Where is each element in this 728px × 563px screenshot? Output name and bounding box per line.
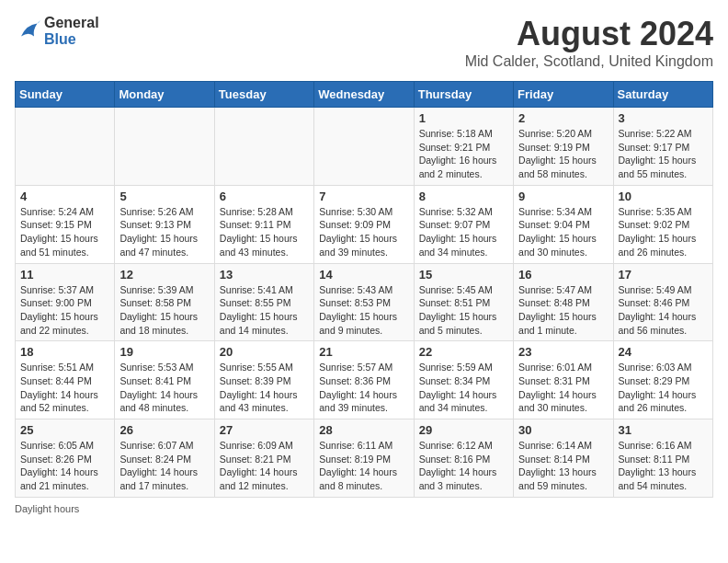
day-number: 10: [619, 190, 708, 203]
calendar-table: SundayMondayTuesdayWednesdayThursdayFrid…: [15, 81, 713, 498]
day-number: 5: [119, 190, 209, 203]
calendar-header-friday: Friday: [514, 82, 613, 108]
calendar-cell: 23Sunrise: 6:01 AM Sunset: 8:31 PM Dayli…: [514, 341, 613, 419]
day-number: 8: [419, 190, 508, 203]
calendar-cell: 16Sunrise: 5:47 AM Sunset: 8:48 PM Dayli…: [514, 263, 613, 341]
day-info: Sunrise: 5:22 AM Sunset: 9:17 PM Dayligh…: [619, 127, 708, 181]
day-number: 27: [220, 423, 309, 437]
day-number: 3: [619, 111, 708, 125]
calendar-cell: 17Sunrise: 5:49 AM Sunset: 8:46 PM Dayli…: [613, 263, 712, 341]
calendar-cell: 25Sunrise: 6:05 AM Sunset: 8:26 PM Dayli…: [16, 419, 115, 498]
calendar-header-saturday: Saturday: [613, 82, 712, 108]
day-number: 11: [20, 268, 109, 282]
day-info: Sunrise: 5:47 AM Sunset: 8:48 PM Dayligh…: [518, 283, 608, 338]
day-number: 20: [220, 345, 309, 359]
calendar-week-row: 1Sunrise: 5:18 AM Sunset: 9:21 PM Daylig…: [16, 108, 713, 186]
calendar-cell: 21Sunrise: 5:57 AM Sunset: 8:36 PM Dayli…: [314, 341, 414, 419]
calendar-cell: 31Sunrise: 6:16 AM Sunset: 8:11 PM Dayli…: [613, 419, 712, 498]
day-info: Sunrise: 5:53 AM Sunset: 8:41 PM Dayligh…: [119, 361, 209, 415]
footer: Daylight hours: [15, 503, 713, 514]
day-info: Sunrise: 6:05 AM Sunset: 8:26 PM Dayligh…: [20, 439, 109, 493]
calendar-cell: 5Sunrise: 5:26 AM Sunset: 9:13 PM Daylig…: [115, 185, 214, 263]
day-info: Sunrise: 5:57 AM Sunset: 8:36 PM Dayligh…: [319, 361, 408, 415]
day-number: 14: [319, 268, 408, 282]
calendar-cell: 19Sunrise: 5:53 AM Sunset: 8:41 PM Dayli…: [115, 341, 214, 419]
day-number: 17: [619, 268, 708, 282]
day-number: 25: [20, 423, 109, 437]
calendar-cell: 24Sunrise: 6:03 AM Sunset: 8:29 PM Dayli…: [613, 341, 712, 419]
calendar-cell: 4Sunrise: 5:24 AM Sunset: 9:15 PM Daylig…: [16, 185, 115, 263]
day-info: Sunrise: 5:26 AM Sunset: 9:13 PM Dayligh…: [119, 205, 209, 259]
calendar-cell: [214, 108, 313, 186]
day-info: Sunrise: 6:03 AM Sunset: 8:29 PM Dayligh…: [619, 361, 708, 415]
day-number: 2: [518, 111, 608, 125]
day-info: Sunrise: 5:51 AM Sunset: 8:44 PM Dayligh…: [20, 361, 109, 415]
day-info: Sunrise: 5:35 AM Sunset: 9:02 PM Dayligh…: [619, 205, 708, 259]
calendar-cell: [314, 108, 414, 186]
day-info: Sunrise: 5:55 AM Sunset: 8:39 PM Dayligh…: [220, 361, 309, 415]
day-number: 28: [319, 423, 408, 437]
day-number: 13: [220, 268, 309, 282]
calendar-header-monday: Monday: [115, 82, 214, 108]
day-info: Sunrise: 6:11 AM Sunset: 8:19 PM Dayligh…: [319, 439, 408, 493]
day-info: Sunrise: 5:28 AM Sunset: 9:11 PM Dayligh…: [220, 205, 309, 259]
calendar-cell: 26Sunrise: 6:07 AM Sunset: 8:24 PM Dayli…: [115, 419, 214, 498]
day-info: Sunrise: 5:45 AM Sunset: 8:51 PM Dayligh…: [419, 283, 508, 338]
calendar-cell: 9Sunrise: 5:34 AM Sunset: 9:04 PM Daylig…: [514, 185, 613, 263]
day-info: Sunrise: 5:24 AM Sunset: 9:15 PM Dayligh…: [20, 205, 109, 259]
calendar-cell: 28Sunrise: 6:11 AM Sunset: 8:19 PM Dayli…: [314, 419, 414, 498]
calendar-week-row: 25Sunrise: 6:05 AM Sunset: 8:26 PM Dayli…: [16, 419, 713, 498]
day-info: Sunrise: 6:12 AM Sunset: 8:16 PM Dayligh…: [419, 439, 508, 493]
calendar-cell: [16, 108, 115, 186]
page-header: General Blue August 2024 Mid Calder, Sco…: [15, 15, 713, 70]
day-info: Sunrise: 6:14 AM Sunset: 8:14 PM Dayligh…: [518, 439, 608, 493]
calendar-cell: 29Sunrise: 6:12 AM Sunset: 8:16 PM Dayli…: [414, 419, 513, 498]
day-info: Sunrise: 5:37 AM Sunset: 9:00 PM Dayligh…: [20, 283, 109, 338]
logo-blue: Blue: [44, 31, 99, 48]
day-number: 16: [518, 268, 608, 282]
day-info: Sunrise: 5:20 AM Sunset: 9:19 PM Dayligh…: [518, 127, 608, 181]
title-block: August 2024 Mid Calder, Scotland, United…: [465, 15, 713, 70]
day-info: Sunrise: 6:07 AM Sunset: 8:24 PM Dayligh…: [119, 439, 209, 493]
calendar-cell: 6Sunrise: 5:28 AM Sunset: 9:11 PM Daylig…: [214, 185, 313, 263]
calendar-cell: 3Sunrise: 5:22 AM Sunset: 9:17 PM Daylig…: [613, 108, 712, 186]
day-number: 24: [619, 345, 708, 359]
day-number: 12: [119, 268, 209, 282]
calendar-cell: 11Sunrise: 5:37 AM Sunset: 9:00 PM Dayli…: [16, 263, 115, 341]
calendar-cell: 15Sunrise: 5:45 AM Sunset: 8:51 PM Dayli…: [414, 263, 513, 341]
day-number: 23: [518, 345, 608, 359]
daylight-label: Daylight hours: [15, 503, 79, 514]
day-number: 7: [319, 190, 408, 203]
calendar-cell: 10Sunrise: 5:35 AM Sunset: 9:02 PM Dayli…: [613, 185, 712, 263]
calendar-cell: 22Sunrise: 5:59 AM Sunset: 8:34 PM Dayli…: [414, 341, 513, 419]
calendar-cell: 20Sunrise: 5:55 AM Sunset: 8:39 PM Dayli…: [214, 341, 313, 419]
calendar-cell: 8Sunrise: 5:32 AM Sunset: 9:07 PM Daylig…: [414, 185, 513, 263]
day-number: 18: [20, 345, 109, 359]
calendar-week-row: 18Sunrise: 5:51 AM Sunset: 8:44 PM Dayli…: [16, 341, 713, 419]
day-number: 26: [119, 423, 209, 437]
calendar-header-thursday: Thursday: [414, 82, 513, 108]
calendar-cell: 1Sunrise: 5:18 AM Sunset: 9:21 PM Daylig…: [414, 108, 513, 186]
day-number: 9: [518, 190, 608, 203]
calendar-cell: 18Sunrise: 5:51 AM Sunset: 8:44 PM Dayli…: [16, 341, 115, 419]
calendar-header-wednesday: Wednesday: [314, 82, 414, 108]
day-number: 31: [619, 423, 708, 437]
day-info: Sunrise: 6:16 AM Sunset: 8:11 PM Dayligh…: [619, 439, 708, 493]
day-number: 22: [419, 345, 508, 359]
day-number: 1: [419, 111, 508, 125]
day-info: Sunrise: 5:41 AM Sunset: 8:55 PM Dayligh…: [220, 283, 309, 338]
day-number: 6: [220, 190, 309, 203]
day-info: Sunrise: 6:01 AM Sunset: 8:31 PM Dayligh…: [518, 361, 608, 415]
day-info: Sunrise: 6:09 AM Sunset: 8:21 PM Dayligh…: [220, 439, 309, 493]
day-number: 4: [20, 190, 109, 203]
day-info: Sunrise: 5:49 AM Sunset: 8:46 PM Dayligh…: [619, 283, 708, 338]
day-info: Sunrise: 5:43 AM Sunset: 8:53 PM Dayligh…: [319, 283, 408, 338]
day-number: 15: [419, 268, 508, 282]
day-info: Sunrise: 5:34 AM Sunset: 9:04 PM Dayligh…: [518, 205, 608, 259]
subtitle: Mid Calder, Scotland, United Kingdom: [465, 53, 713, 70]
day-info: Sunrise: 5:59 AM Sunset: 8:34 PM Dayligh…: [419, 361, 508, 415]
calendar-cell: 27Sunrise: 6:09 AM Sunset: 8:21 PM Dayli…: [214, 419, 313, 498]
calendar-cell: 7Sunrise: 5:30 AM Sunset: 9:09 PM Daylig…: [314, 185, 414, 263]
day-number: 21: [319, 345, 408, 359]
logo-general: General: [44, 15, 99, 31]
